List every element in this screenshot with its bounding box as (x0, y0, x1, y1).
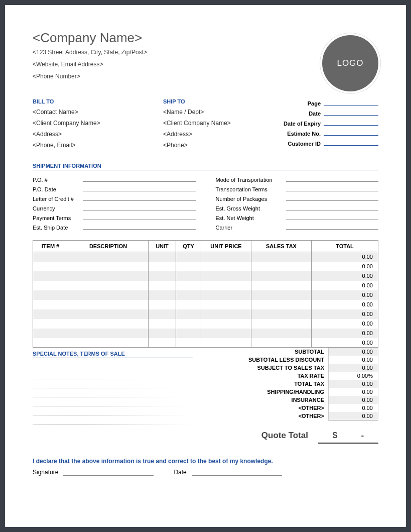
table-cell[interactable] (176, 329, 201, 338)
table-cell[interactable] (176, 290, 201, 300)
table-cell[interactable] (33, 271, 68, 281)
notes-heading: SPECIAL NOTES, TERMS OF SALE (33, 351, 193, 358)
shipment-info-block: SHIPMENT INFORMATION P.O. # P.O. Date Le… (33, 163, 378, 233)
payterms-label: Payment Terms (33, 215, 83, 221)
table-cell[interactable] (201, 290, 251, 300)
table-cell[interactable] (68, 290, 149, 300)
th-qty: QTY (176, 241, 201, 252)
table-row: 0.00 (33, 319, 378, 329)
table-cell[interactable] (251, 309, 312, 319)
table-cell[interactable] (201, 271, 251, 281)
table-cell[interactable] (149, 271, 176, 281)
meta-expiry-field[interactable] (324, 119, 378, 126)
table-cell[interactable] (68, 252, 149, 262)
sig-date-field[interactable] (192, 469, 282, 476)
table-cell[interactable] (201, 262, 251, 271)
table-row: 0.00 (33, 338, 378, 348)
table-cell[interactable] (33, 319, 68, 329)
podate-field[interactable] (83, 185, 196, 191)
table-cell[interactable] (68, 300, 149, 309)
table-cell[interactable] (251, 329, 312, 338)
table-cell[interactable] (176, 262, 201, 271)
table-cell[interactable] (201, 300, 251, 309)
meta-block: Page Date Date of Expiry Estimate No. Cu… (263, 98, 378, 153)
meta-page-label: Page (263, 100, 324, 107)
table-row: 0.00 (33, 300, 378, 309)
payterms-field[interactable] (83, 214, 196, 220)
table-cell[interactable] (251, 281, 312, 290)
table-cell[interactable] (68, 319, 149, 329)
row-total: 0.00 (312, 309, 378, 319)
table-cell[interactable] (201, 338, 251, 348)
podate-label: P.O. Date (33, 186, 83, 192)
table-cell[interactable] (33, 281, 68, 290)
table-cell[interactable] (176, 338, 201, 348)
po-field[interactable] (83, 176, 196, 182)
table-cell[interactable] (251, 262, 312, 271)
table-cell[interactable] (149, 338, 176, 348)
meta-date-field[interactable] (324, 109, 378, 116)
table-cell[interactable] (68, 338, 149, 348)
table-cell[interactable] (176, 319, 201, 329)
table-cell[interactable] (149, 309, 176, 319)
pkgs-label: Number of Packages (216, 196, 286, 202)
table-cell[interactable] (33, 262, 68, 271)
po-label: P.O. # (33, 177, 83, 183)
table-cell[interactable] (176, 309, 201, 319)
ship-to-block: SHIP TO <Name / Dept> <Client Company Na… (163, 98, 253, 153)
table-cell[interactable] (251, 252, 312, 262)
gross-field[interactable] (286, 204, 379, 210)
pkgs-field[interactable] (286, 195, 379, 201)
table-cell[interactable] (176, 271, 201, 281)
table-cell[interactable] (33, 252, 68, 262)
meta-page-field[interactable] (324, 98, 378, 105)
table-cell[interactable] (68, 309, 149, 319)
table-cell[interactable] (251, 290, 312, 300)
table-cell[interactable] (149, 300, 176, 309)
currency-field[interactable] (83, 204, 196, 210)
loc-field[interactable] (83, 195, 196, 201)
mode-field[interactable] (286, 176, 379, 182)
row-total: 0.00 (312, 290, 378, 300)
table-cell[interactable] (201, 309, 251, 319)
table-cell[interactable] (68, 329, 149, 338)
items-table: ITEM # DESCRIPTION UNIT QTY UNIT PRICE S… (33, 240, 378, 348)
table-cell[interactable] (149, 329, 176, 338)
signature-field[interactable] (63, 469, 154, 476)
table-cell[interactable] (149, 290, 176, 300)
table-cell[interactable] (251, 271, 312, 281)
table-cell[interactable] (68, 281, 149, 290)
table-cell[interactable] (201, 329, 251, 338)
table-cell[interactable] (176, 281, 201, 290)
table-cell[interactable] (176, 252, 201, 262)
table-cell[interactable] (201, 319, 251, 329)
currency-label: Currency (33, 205, 83, 211)
table-cell[interactable] (68, 271, 149, 281)
table-cell[interactable] (149, 319, 176, 329)
table-cell[interactable] (33, 338, 68, 348)
table-cell[interactable] (33, 300, 68, 309)
table-cell[interactable] (149, 281, 176, 290)
table-cell[interactable] (176, 300, 201, 309)
table-cell[interactable] (149, 262, 176, 271)
table-cell[interactable] (68, 262, 149, 271)
shipdate-field[interactable] (83, 224, 196, 230)
table-cell[interactable] (251, 319, 312, 329)
meta-customer-field[interactable] (324, 139, 378, 146)
ship-to-heading: SHIP TO (163, 98, 253, 104)
table-cell[interactable] (251, 300, 312, 309)
other1-val: 0.00 (328, 404, 378, 412)
net-field[interactable] (286, 214, 379, 220)
table-cell[interactable] (33, 329, 68, 338)
meta-estimate-field[interactable] (324, 129, 378, 136)
carrier-field[interactable] (286, 224, 379, 230)
subject-label: SUBJECT TO SALES TAX (193, 364, 328, 372)
table-cell[interactable] (201, 252, 251, 262)
terms-field[interactable] (286, 185, 379, 191)
table-cell[interactable] (201, 281, 251, 290)
table-cell[interactable] (149, 252, 176, 262)
notes-lines[interactable] (33, 361, 193, 424)
table-cell[interactable] (33, 290, 68, 300)
table-cell[interactable] (33, 309, 68, 319)
table-cell[interactable] (251, 338, 312, 348)
